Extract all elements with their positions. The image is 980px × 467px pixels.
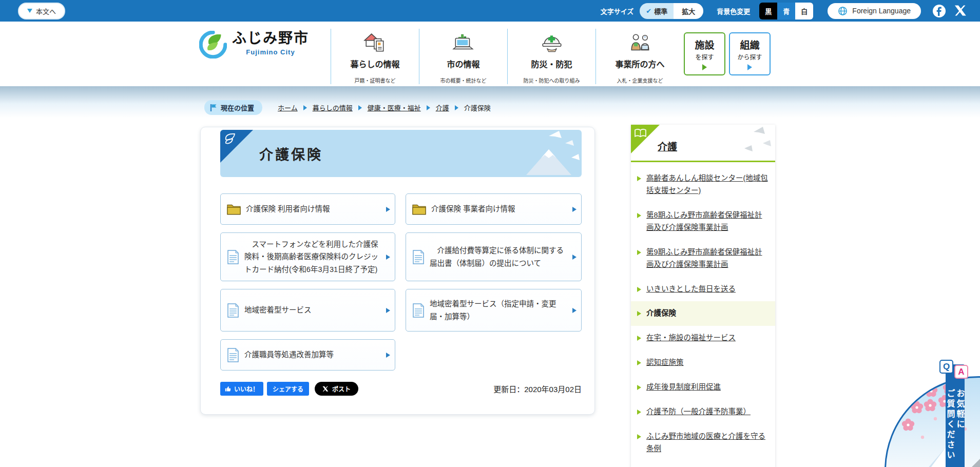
sidebar-link[interactable]: 高齢者あんしん相談センター(地域包括支援センター) <box>646 174 768 194</box>
x-post-button[interactable]: ポスト <box>315 382 358 396</box>
page-title-banner: 介護保険 <box>220 130 582 177</box>
breadcrumb-link-home[interactable]: ホーム <box>278 103 298 112</box>
sidebar-item-kaigo-hoken-current: 介護保険 <box>631 301 775 326</box>
arrow-right-icon <box>702 64 707 70</box>
nav-sublabel: 防災・防犯への取り組み <box>524 76 580 84</box>
font-large-button[interactable]: 拡大 <box>674 3 703 19</box>
find-org-line2: から探す <box>737 52 762 61</box>
sidebar-link[interactable]: 在宅・施設の福祉サービス <box>646 334 736 342</box>
facebook-icon[interactable] <box>932 4 946 18</box>
check-icon: ✔ <box>646 7 651 15</box>
breadcrumb-link-kaigo[interactable]: 介護 <box>436 103 449 112</box>
sidebar-link[interactable]: 介護予防（一般介護予防事業） <box>646 407 751 416</box>
chevron-down-icon <box>27 9 32 13</box>
find-facility-button[interactable]: 施設 を探す <box>684 32 725 75</box>
sidebar-item-plan-8[interactable]: 第8期ふじみ野市高齢者保健福祉計画及び介護保険事業計画 <box>631 203 775 240</box>
breadcrumb-arrow-icon <box>358 105 362 110</box>
find-organization-button[interactable]: 組織 から探す <box>729 32 771 75</box>
category-sidebar: 介護 高齢者あんしん相談センター(地域包括支援センター) 第8期ふじみ野市高齢者… <box>631 125 775 467</box>
utility-bar: 本文へ 文字サイズ ✔ 標準 拡大 背景色変更 黒 青 白 <box>0 0 980 22</box>
arrow-right-icon <box>386 207 390 212</box>
current-location-label: 現在の位置 <box>221 103 254 112</box>
skip-label: 本文へ <box>36 6 56 16</box>
x-twitter-icon[interactable] <box>954 5 967 17</box>
breadcrumb-link-health[interactable]: 健康・医療・福祉 <box>368 103 421 112</box>
find-org-line1: 組織 <box>740 37 759 51</box>
sidebar-current-item: 介護保険 <box>646 309 676 317</box>
arrow-right-icon <box>637 213 641 218</box>
breadcrumb-arrow-icon <box>427 105 430 110</box>
bg-white-button[interactable]: 白 <box>795 3 813 20</box>
link-box-label: 介護給付費等算定に係る体制に関する届出書（体制届）の提出について <box>430 244 568 269</box>
find-facility-line1: 施設 <box>695 37 714 51</box>
main-nav: 暮らしの情報 戸籍・証明書など 市の情報 市の概要・統計など <box>331 29 684 84</box>
bg-black-button[interactable]: 黒 <box>759 3 777 20</box>
arrow-right-icon <box>572 207 577 212</box>
breadcrumb-link-living[interactable]: 暮らしの情報 <box>313 103 353 112</box>
sidebar-title: 介護 <box>658 139 677 153</box>
sidebar-item-anshin-center[interactable]: 高齢者あんしん相談センター(地域包括支援センター) <box>631 166 775 203</box>
link-box-community-service[interactable]: 地域密着型サービス <box>220 289 395 332</box>
sidebar-item-ikiiki[interactable]: いきいきとした毎日を送る <box>631 277 775 302</box>
site-header: ふじみ野市 Fujimino City 暮らしの情報 <box>0 22 980 86</box>
link-box-label: 介護保険 事業者向け情報 <box>431 203 515 216</box>
document-icon <box>227 303 239 318</box>
sidebar-item-ordinance[interactable]: ふじみ野市地域の医療と介護を守る条例 <box>631 424 775 461</box>
arrow-right-icon <box>572 255 577 260</box>
qa-widget-circle[interactable] <box>885 376 980 467</box>
sidebar-link[interactable]: 第9期ふじみ野市高齢者保健福祉計画及び介護保険事業計画 <box>646 248 762 268</box>
sidebar-link[interactable]: 認知症施策 <box>646 358 684 366</box>
utility-controls: 文字サイズ ✔ 標準 拡大 背景色変更 黒 青 白 Foreig <box>601 3 967 20</box>
link-box-provider-info[interactable]: 介護保険 事業者向け情報 <box>406 193 582 225</box>
main-content: 介護保険 介護保険 利用者向け情報 <box>200 127 595 415</box>
link-box-label: 介護保険 利用者向け情報 <box>246 203 330 216</box>
qa-banner[interactable]: お気軽にご質問ください <box>946 364 965 467</box>
document-icon <box>412 303 425 318</box>
font-standard-button[interactable]: ✔ 標準 <box>640 3 674 19</box>
link-box-community-service-apply[interactable]: 地域密着型サービス（指定申請・変更届・加算等） <box>406 289 582 332</box>
sidebar-item-plan-9[interactable]: 第9期ふじみ野市高齢者保健福祉計画及び介護保険事業計画 <box>631 240 775 277</box>
arrow-right-icon <box>637 287 641 292</box>
sidebar-item-prevention[interactable]: 介護予防（一般介護予防事業） <box>631 400 775 424</box>
nav-sublabel: 戸籍・証明書など <box>355 76 396 84</box>
post-label: ポスト <box>332 384 351 393</box>
link-box-treatment-improvement[interactable]: 介護職員等処遇改善加算等 <box>220 339 395 371</box>
nav-sublabel: 市の概要・統計など <box>440 76 487 84</box>
nav-item-safety[interactable]: 防災・防犯 防災・防犯への取り組み <box>507 29 595 84</box>
nav-item-living-info[interactable]: 暮らしの情報 戸籍・証明書など <box>331 29 419 84</box>
nav-item-city-info[interactable]: 市の情報 市の概要・統計など <box>419 29 507 84</box>
social-row: いいね！ シェアする ポスト 更新日：2020年03月02日 <box>220 382 582 396</box>
sidebar-link[interactable]: いきいきとした毎日を送る <box>646 285 736 293</box>
document-icon <box>412 250 425 264</box>
link-box-system-report[interactable]: 介護給付費等算定に係る体制に関する届出書（体制届）の提出について <box>406 232 582 281</box>
sidebar-item-guardianship[interactable]: 成年後見制度利用促進 <box>631 375 775 400</box>
foreign-language-label: Foreign Language <box>852 7 911 15</box>
sidebar-item-dementia[interactable]: 認知症施策 <box>631 351 775 375</box>
font-size-toggle: ✔ 標準 拡大 <box>640 3 703 19</box>
city-logo-text: ふじみ野市 Fujimino City <box>232 31 309 56</box>
sidebar-link[interactable]: 第8期ふじみ野市高齢者保健福祉計画及び介護保険事業計画 <box>646 211 762 231</box>
sidebar-link[interactable]: 成年後見制度利用促進 <box>646 383 721 391</box>
sidebar-item-welfare-service[interactable]: 在宅・施設の福祉サービス <box>631 326 775 351</box>
breadcrumb-arrow-icon <box>303 105 307 110</box>
link-box-label: 地域密着型サービス（指定申請・変更届・加算等） <box>430 298 568 323</box>
city-name: ふじみ野市 <box>232 31 309 47</box>
city-logo[interactable]: ふじみ野市 Fujimino City <box>199 31 309 59</box>
arrow-right-icon <box>386 353 390 358</box>
leaf-icon <box>224 133 237 148</box>
sidebar-link[interactable]: ふじみ野市地域の医療と介護を守る条例 <box>646 432 765 453</box>
foreign-language-button[interactable]: Foreign Language <box>828 3 921 19</box>
arrow-right-icon <box>637 311 641 316</box>
link-box-user-info[interactable]: 介護保険 利用者向け情報 <box>220 193 395 225</box>
breadcrumb-current: 介護保険 <box>464 103 491 112</box>
bg-blue-button[interactable]: 青 <box>777 3 795 20</box>
document-icon <box>227 250 239 264</box>
scroll-top-arrow[interactable] <box>972 459 980 467</box>
skip-to-content-button[interactable]: 本文へ <box>18 3 65 20</box>
link-box-credit-card-payment[interactable]: スマートフォンなどを利用した介護保険料・後期高齢者医療保険料のクレジットカード納… <box>220 232 395 281</box>
facebook-share-button[interactable]: シェアする <box>267 382 309 396</box>
nav-item-business[interactable]: 事業所の方へ 入札・企業支援など <box>595 29 684 84</box>
arrow-right-icon <box>572 308 577 313</box>
facebook-like-button[interactable]: いいね！ <box>220 382 263 396</box>
nav-label: 市の情報 <box>447 57 479 70</box>
